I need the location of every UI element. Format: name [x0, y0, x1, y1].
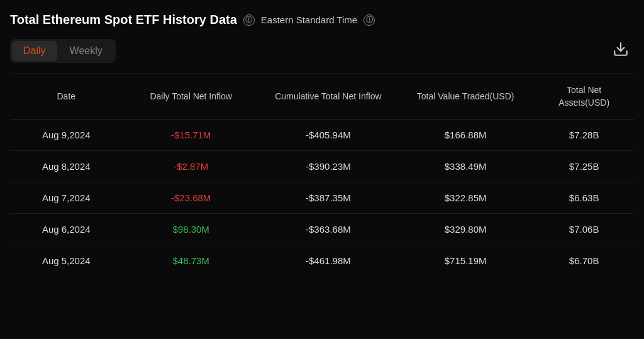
cell-cumulative-net-inflow: -$387.35M [260, 182, 397, 214]
table-row: Aug 9,2024 -$15.71M -$405.94M $166.88M $… [10, 119, 634, 151]
cell-date: Aug 9,2024 [10, 119, 123, 151]
cell-cumulative-net-inflow: -$405.94M [260, 119, 397, 151]
col-header-total-net-assets: Total Net Assets(USD) [534, 74, 634, 119]
cell-daily-net-inflow: $98.30M [123, 214, 260, 245]
cell-date: Aug 7,2024 [10, 182, 123, 214]
tab-daily[interactable]: Daily [12, 41, 57, 61]
col-header-daily-net-inflow: Daily Total Net Inflow [123, 74, 260, 119]
table-row: Aug 7,2024 -$23.68M -$387.35M $322.85M $… [10, 182, 634, 214]
cell-total-net-assets: $7.25B [534, 151, 634, 182]
timezone-label: Eastern Standard Time [261, 14, 357, 25]
data-table: Date Daily Total Net Inflow Cumulative T… [10, 74, 634, 276]
cell-date: Aug 6,2024 [10, 214, 123, 245]
table-row: Aug 8,2024 -$2.87M -$390.23M $338.49M $7… [10, 151, 634, 182]
cell-total-value-traded: $166.88M [397, 119, 534, 151]
cell-total-value-traded: $329.80M [397, 214, 534, 245]
cell-daily-net-inflow: -$15.71M [123, 119, 260, 151]
cell-date: Aug 8,2024 [10, 151, 123, 182]
table-header-row: Date Daily Total Net Inflow Cumulative T… [10, 74, 634, 119]
page-title: Total Ethereum Spot ETF History Data [10, 13, 237, 27]
cell-total-net-assets: $6.63B [534, 182, 634, 214]
cell-total-net-assets: $7.06B [534, 214, 634, 245]
cell-daily-net-inflow: -$23.68M [123, 182, 260, 214]
cell-daily-net-inflow: -$2.87M [123, 151, 260, 182]
tab-weekly[interactable]: Weekly [58, 41, 114, 61]
cell-cumulative-net-inflow: -$363.68M [260, 214, 397, 245]
cell-total-value-traded: $715.19M [397, 245, 534, 277]
table-row: Aug 6,2024 $98.30M -$363.68M $329.80M $7… [10, 214, 634, 245]
cell-cumulative-net-inflow: -$390.23M [260, 151, 397, 182]
cell-date: Aug 5,2024 [10, 245, 123, 277]
toolbar: Daily Weekly [10, 38, 634, 64]
col-header-cumulative-net-inflow: Cumulative Total Net Inflow [260, 74, 397, 119]
main-container: Total Ethereum Spot ETF History Data ⓘ E… [0, 0, 644, 276]
timezone-info-icon[interactable]: ⓘ [364, 14, 375, 26]
cell-cumulative-net-inflow: -$461.98M [260, 245, 397, 277]
cell-total-net-assets: $7.28B [534, 119, 634, 151]
data-table-wrapper: Date Daily Total Net Inflow Cumulative T… [10, 74, 634, 276]
cell-total-value-traded: $338.49M [397, 151, 534, 182]
header: Total Ethereum Spot ETF History Data ⓘ E… [10, 13, 634, 27]
tab-group: Daily Weekly [10, 39, 116, 63]
download-button[interactable] [608, 38, 634, 64]
table-row: Aug 5,2024 $48.73M -$461.98M $715.19M $6… [10, 245, 634, 277]
col-header-date: Date [10, 74, 123, 119]
cell-daily-net-inflow: $48.73M [123, 245, 260, 277]
cell-total-value-traded: $322.85M [397, 182, 534, 214]
title-info-icon[interactable]: ⓘ [243, 14, 255, 26]
cell-total-net-assets: $6.70B [534, 245, 634, 277]
col-header-total-value-traded: Total Value Traded(USD) [397, 74, 534, 119]
